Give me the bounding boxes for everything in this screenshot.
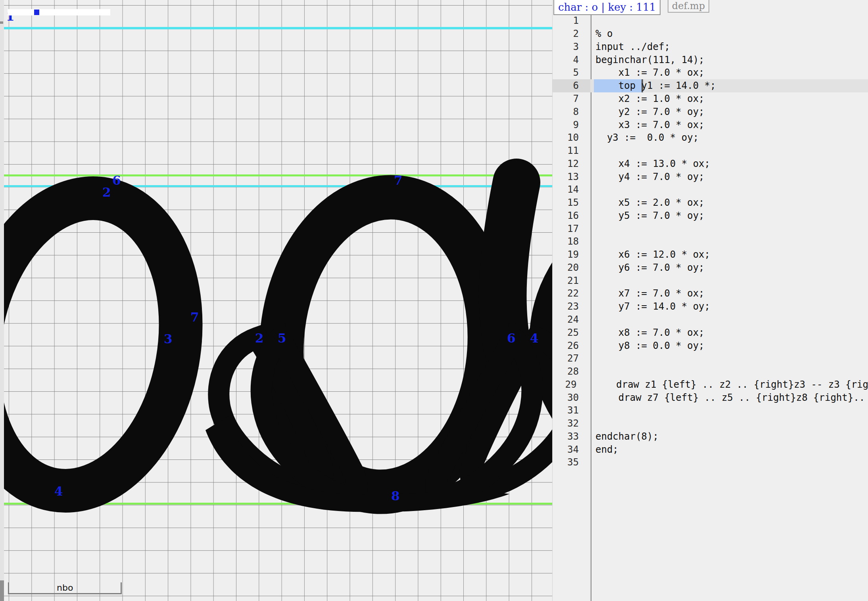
tab-char-o[interactable]: char : o | key : 111: [553, 0, 661, 15]
line-text[interactable]: x6 := 12.0 * ox;: [595, 249, 710, 260]
line-number: 34: [553, 444, 579, 455]
line-number: 7: [553, 93, 579, 104]
point-label-5[interactable]: 5: [278, 332, 286, 345]
line-number: 16: [553, 210, 579, 221]
line-number: 13: [553, 171, 579, 182]
line-text[interactable]: x2 := 1.0 * ox;: [595, 93, 705, 104]
point-label-4[interactable]: 4: [530, 332, 539, 345]
line-text[interactable]: x7 := 7.0 * ox;: [595, 288, 705, 299]
code-line[interactable]: 26 y8 := 0.0 * oy;: [553, 339, 868, 352]
code-line[interactable]: 7 x2 := 1.0 * ox;: [553, 92, 868, 105]
point-label-4[interactable]: 4: [54, 485, 63, 498]
line-text[interactable]: x8 := 7.0 * ox;: [595, 327, 705, 338]
point-label-6[interactable]: 6: [112, 174, 121, 187]
line-text[interactable]: beginchar(111, 14);: [595, 54, 705, 65]
code-line[interactable]: 28: [553, 365, 868, 378]
point-label-7[interactable]: 7: [190, 311, 199, 323]
point-label-8[interactable]: 8: [391, 490, 400, 502]
code-line[interactable]: 16 y5 := 7.0 * oy;: [553, 209, 868, 222]
code-line[interactable]: 4beginchar(111, 14);: [553, 53, 868, 66]
code-line[interactable]: 18: [553, 235, 868, 248]
green-guide-top: [0, 174, 552, 176]
code-line[interactable]: 8 y2 := 7.0 * oy;: [553, 105, 868, 118]
line-text[interactable]: x5 := 2.0 * ox;: [595, 197, 705, 208]
canvas-scrollbar-thumb[interactable]: [0, 580, 4, 601]
code-line[interactable]: 25 x8 := 7.0 * ox;: [553, 326, 868, 339]
code-line[interactable]: 29 draw z1 {left} .. z2 .. {right}z3 -- …: [553, 378, 868, 391]
glyph-canvas[interactable]: 162773256448 nbo: [0, 0, 552, 601]
code-line[interactable]: 11: [553, 144, 868, 157]
line-text[interactable]: endchar(8);: [595, 431, 659, 442]
line-text[interactable]: y5 := 7.0 * oy;: [595, 210, 705, 221]
line-text[interactable]: top y1 := 14.0 *;: [595, 80, 716, 91]
point-label-7[interactable]: 7: [394, 174, 403, 187]
line-text[interactable]: y7 := 14.0 * oy;: [595, 301, 710, 312]
line-number: 22: [553, 288, 579, 299]
code-line[interactable]: 10 y3 := 0.0 * oy;: [553, 131, 868, 144]
code-line[interactable]: 22 x7 := 7.0 * ox;: [553, 287, 868, 300]
code-line[interactable]: 13 y4 := 7.0 * oy;: [553, 170, 868, 183]
line-number: 8: [553, 106, 579, 117]
line-number: 32: [553, 418, 579, 429]
line-number: 33: [553, 431, 579, 442]
line-text[interactable]: input ../def;: [595, 41, 670, 52]
line-number: 15: [553, 197, 579, 208]
line-text[interactable]: draw z7 {left} .. z5 .. {right}z8 {right…: [595, 392, 865, 403]
glyph-group-label[interactable]: nbo: [57, 583, 73, 593]
code-line[interactable]: 3input ../def;: [553, 40, 868, 54]
line-text[interactable]: y4 := 7.0 * oy;: [595, 171, 705, 182]
code-line[interactable]: 1: [553, 14, 868, 27]
preview-slider-track[interactable]: [8, 9, 110, 15]
preview-slider-handle[interactable]: [34, 10, 39, 15]
code-line[interactable]: 34end;: [553, 443, 868, 456]
code-line[interactable]: 31: [553, 404, 868, 417]
point-label-3[interactable]: 3: [164, 333, 173, 345]
code-line[interactable]: 15 x5 := 2.0 * ox;: [553, 196, 868, 209]
line-text[interactable]: draw z1 {left} .. z2 .. {right}z3 -- z3 …: [593, 379, 868, 390]
line-number: 10: [553, 132, 579, 143]
line-number: 31: [553, 405, 579, 416]
code-line[interactable]: 24: [553, 313, 868, 326]
line-text[interactable]: y8 := 0.0 * oy;: [595, 340, 705, 351]
code-line[interactable]: 6 top y1 := 14.0 *;: [553, 79, 868, 92]
line-text[interactable]: end;: [595, 444, 618, 455]
line-number: 20: [553, 262, 579, 273]
line-number: 11: [553, 145, 579, 156]
line-number: 6: [553, 80, 579, 91]
line-number: 24: [553, 314, 579, 325]
line-text[interactable]: x1 := 7.0 * ox;: [595, 67, 705, 78]
line-text[interactable]: y2 := 7.0 * oy;: [595, 106, 705, 117]
line-number: 28: [553, 366, 579, 377]
line-text[interactable]: % o: [595, 28, 613, 39]
line-text[interactable]: y3 := 0.0 * oy;: [595, 132, 699, 143]
code-line[interactable]: 17: [553, 222, 868, 235]
code-line[interactable]: 14: [553, 183, 868, 196]
point-label-6[interactable]: 6: [507, 332, 516, 345]
point-label-2[interactable]: 2: [255, 332, 264, 345]
tab-def-mp[interactable]: def.mp: [668, 0, 709, 13]
line-number: 14: [553, 184, 579, 195]
code-line[interactable]: 21: [553, 274, 868, 287]
line-number: 23: [553, 301, 579, 312]
line-text[interactable]: y6 := 7.0 * oy;: [595, 262, 705, 273]
code-line[interactable]: 27: [553, 352, 868, 365]
code-line[interactable]: 23 y7 := 14.0 * oy;: [553, 300, 868, 313]
point-label-2[interactable]: 2: [102, 186, 111, 199]
code-line[interactable]: 30 draw z7 {left} .. z5 .. {right}z8 {ri…: [553, 391, 868, 404]
canvas-scrollbar-track[interactable]: [0, 0, 4, 601]
line-number: 12: [553, 158, 579, 169]
line-text[interactable]: x4 := 13.0 * ox;: [595, 158, 710, 169]
code-line[interactable]: 2% o: [553, 27, 868, 40]
code-line[interactable]: 35: [553, 456, 868, 469]
code-line[interactable]: 5 x1 := 7.0 * ox;: [553, 66, 868, 79]
code-lines: 12% o3input ../def;4beginchar(111, 14);5…: [553, 14, 868, 469]
code-line[interactable]: 12 x4 := 13.0 * ox;: [553, 157, 868, 170]
line-number: 27: [553, 353, 579, 364]
code-line[interactable]: 9 x3 := 7.0 * ox;: [553, 118, 868, 131]
line-number: 19: [553, 249, 579, 260]
code-line[interactable]: 20 y6 := 7.0 * oy;: [553, 261, 868, 274]
code-line[interactable]: 33endchar(8);: [553, 430, 868, 443]
code-line[interactable]: 19 x6 := 12.0 * ox;: [553, 248, 868, 261]
line-text[interactable]: x3 := 7.0 * ox;: [595, 119, 705, 130]
code-line[interactable]: 32: [553, 417, 868, 430]
